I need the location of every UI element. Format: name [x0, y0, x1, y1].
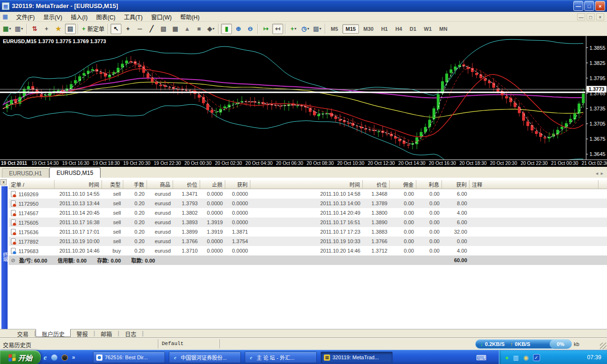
timeframe-m15-button[interactable]: M15 [342, 24, 359, 34]
terminal-panel-button[interactable]: ▤ [65, 24, 76, 34]
trend-line-button[interactable]: ╱ [146, 24, 157, 34]
data-window-button[interactable]: + [41, 24, 52, 34]
start-button[interactable]: 开始 [0, 350, 41, 364]
chart-tab-eurusd-h1[interactable]: EURUSD,H1 [2, 168, 49, 178]
cell-close_price: 1.3883 [363, 229, 390, 235]
price-axis-tick: 1.3675 [589, 136, 606, 142]
candlestick-chart-button[interactable]: ▮ [221, 24, 232, 34]
column-header-11[interactable]: 利息 [416, 180, 442, 189]
price-chart-canvas[interactable]: 1.38551.38251.37951.37651.37351.37051.36… [0, 36, 607, 167]
cell-type: sell [102, 238, 123, 244]
chart-tab-eurusd-m15[interactable]: EURUSD,M15 [49, 167, 100, 178]
mdi-minimize-button[interactable]: — [577, 13, 585, 20]
menu-item-2[interactable]: 插入(I) [66, 13, 92, 22]
column-header-10[interactable]: 佣金 [390, 180, 416, 189]
chart-shift-button[interactable]: ↤ [272, 24, 283, 34]
triangle-button[interactable]: ▲ [182, 24, 193, 34]
terminal-tab-3[interactable]: 邮箱 [95, 329, 118, 337]
menu-item-1[interactable]: 显示(V) [39, 13, 66, 22]
timeframe-m30-button[interactable]: M30 [360, 24, 377, 34]
table-row[interactable]: 11692692011.10.10 14:55sell0.20eurusd1.3… [9, 189, 607, 199]
timeframe-h1-button[interactable]: H1 [378, 24, 391, 34]
column-header-7[interactable]: 获利 [225, 180, 250, 189]
column-header-6[interactable]: 止损 [200, 180, 225, 189]
timeframe-w1-button[interactable]: W1 [421, 24, 435, 34]
column-header-2[interactable]: 类型 [102, 180, 123, 189]
indicators-button[interactable]: +▾ [288, 24, 299, 34]
column-header-0[interactable]: 定单 / [9, 180, 55, 189]
horizontal-line-button[interactable]: ─ [134, 24, 145, 34]
taskbar-task-3[interactable]: ▦320119: MetaTrad... [321, 352, 393, 363]
fibonacci-grid-button[interactable]: ▩ [170, 24, 181, 34]
auto-scroll-button[interactable]: ↦ [260, 24, 271, 34]
tray-security-shield-icon[interactable]: ✓ [533, 354, 540, 361]
indicators-icon: + [290, 25, 294, 32]
table-row[interactable]: 11778922011.10.19 10:00sell0.20eurusd1.3… [9, 237, 607, 246]
zoom-in-button[interactable]: ⊕ [233, 24, 244, 34]
chart-profiles-button[interactable]: ▥▾ [13, 24, 24, 34]
taskbar-task-0[interactable]: 762516: Best Dir... [93, 352, 165, 363]
column-header-8[interactable]: 时间 [250, 180, 363, 189]
terminal-close-icon[interactable]: x [0, 179, 7, 185]
chart-profiles-icon: ▥ [15, 25, 20, 32]
mdi-restore-button[interactable]: □ [587, 13, 595, 20]
new-order-button[interactable]: +新定单 [81, 24, 106, 34]
table-row[interactable]: 11756362011.10.17 17:01sell0.20eurusd1.3… [9, 227, 607, 237]
minimize-button[interactable]: — [573, 1, 583, 11]
column-header-9[interactable]: 价位 [363, 180, 390, 189]
column-header-12[interactable]: 获利 [442, 180, 469, 189]
table-row[interactable]: 11729502011.10.13 13:44sell0.20eurusd1.3… [9, 199, 607, 208]
quick-launch-overflow-icon[interactable]: » [72, 354, 75, 361]
column-header-4[interactable]: 商品 [147, 180, 173, 189]
mdi-close-button[interactable]: × [596, 13, 604, 20]
terminal-tab-1[interactable]: 账户历史 [36, 329, 71, 337]
column-header-1[interactable]: 时间 [55, 180, 102, 189]
crosshair-button[interactable]: + [122, 24, 133, 34]
input-method-keyboard-icon[interactable]: ⌨ [476, 354, 487, 362]
table-row[interactable]: 11745672011.10.14 20:45sell0.20eurusd1.3… [9, 208, 607, 218]
fibonacci-button[interactable]: ▧ [158, 24, 169, 34]
new-chart-button[interactable]: ▦▾ [1, 24, 12, 34]
terminal-tab-4[interactable]: 日志 [119, 329, 142, 337]
periods-button[interactable]: ◷▾ [300, 24, 311, 34]
column-header-3[interactable]: 手数 [123, 180, 147, 189]
tray-volume-icon[interactable]: ◉ [523, 355, 528, 361]
terminal-tab-0[interactable]: 交易 [11, 329, 34, 337]
line-studies-more-button[interactable]: ◆▾ [205, 24, 216, 34]
ie-icon[interactable]: e [44, 354, 47, 362]
menu-item-3[interactable]: 图表(C) [92, 13, 120, 22]
column-header-13[interactable]: 注释 [469, 180, 598, 189]
time-axis-tick: 20 Oct 08:30 [307, 161, 334, 166]
taskbar-task-1[interactable]: e中国银河证券股份... [169, 352, 241, 363]
rectangle-button[interactable]: ■ [193, 24, 204, 34]
zoom-out-button[interactable]: ⊖ [245, 24, 256, 34]
timeframe-d1-button[interactable]: D1 [406, 24, 420, 34]
menu-item-0[interactable]: 文件(F) [12, 13, 39, 22]
table-row[interactable]: 11756052011.10.17 16:38sell0.20eurusd1.3… [9, 218, 607, 227]
restore-button[interactable]: □ [584, 1, 594, 11]
resize-grip[interactable] [600, 343, 607, 349]
tray-app-icon[interactable]: ● [505, 355, 509, 361]
market-watch-button[interactable]: ⇅ [29, 24, 40, 34]
media-icon[interactable] [51, 355, 57, 361]
tab-scroll-right-icon[interactable]: ► [600, 171, 604, 176]
table-row[interactable]: 11796832011.10.20 14:46buy0.20eurusd1.37… [9, 246, 607, 255]
tray-network-icon[interactable]: ▥ [513, 355, 519, 361]
terminal-tab-2[interactable]: 警报 [71, 329, 93, 337]
cursor-button[interactable]: ↖ [110, 24, 121, 34]
timeframe-h4-button[interactable]: H4 [392, 24, 405, 34]
timeframe-mn-button[interactable]: MN [436, 24, 451, 34]
menu-item-4[interactable]: 工具(T) [120, 13, 147, 22]
menu-item-5[interactable]: 窗口(W) [147, 13, 176, 22]
menu-item-6[interactable]: 帮助(H) [176, 13, 204, 22]
close-button[interactable]: × [595, 1, 605, 11]
taskbar-task-2[interactable]: e主 论 坛 - 外汇... [245, 352, 317, 363]
cell-open_time: 2011.10.19 10:00 [55, 238, 102, 244]
clock[interactable]: 07:39 [587, 354, 607, 361]
timeframe-m5-button[interactable]: M5 [328, 24, 341, 34]
qq-icon[interactable] [62, 355, 68, 361]
tab-scroll-left-icon[interactable]: ◄ [595, 171, 599, 176]
navigator-button[interactable]: ★ [53, 24, 64, 34]
templates-button[interactable]: ▨▾ [312, 24, 322, 34]
column-header-5[interactable]: 价位 [173, 180, 200, 189]
